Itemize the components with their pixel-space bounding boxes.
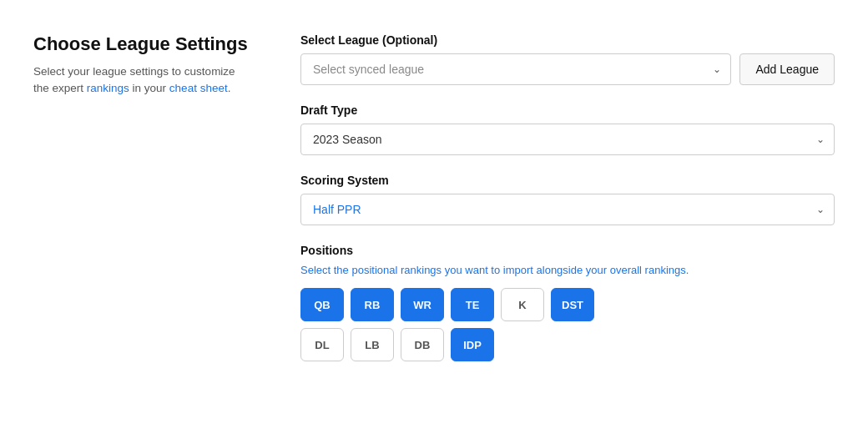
positions-row-1: QBRBWRTEKDST (300, 288, 835, 321)
draft-type-label: Draft Type (300, 103, 835, 117)
scoring-field-group: Scoring System Half PPR PPR Standard ⌄ (300, 174, 835, 225)
position-btn-qb[interactable]: QB (300, 288, 344, 321)
position-btn-dst[interactable]: DST (551, 288, 594, 321)
position-btn-lb[interactable]: LB (351, 328, 394, 361)
page-description: Select your league settings to customize… (33, 63, 250, 98)
page-title: Choose League Settings (33, 33, 250, 55)
position-btn-wr[interactable]: WR (401, 288, 444, 321)
positions-row-2: DLLBDBIDP (300, 328, 835, 361)
positions-field-group: Positions Select the positional rankings… (300, 244, 835, 361)
scoring-label: Scoring System (300, 174, 835, 187)
draft-type-select-wrapper: 2023 Season 2022 Season ⌄ (300, 124, 835, 155)
positions-label: Positions (300, 244, 835, 257)
scoring-select-wrapper: Half PPR PPR Standard ⌄ (300, 194, 835, 225)
position-btn-db[interactable]: DB (401, 328, 444, 361)
league-select[interactable]: Select synced league (300, 53, 731, 85)
league-label: Select League (Optional) (300, 33, 835, 47)
rankings-link[interactable]: rankings (87, 82, 129, 94)
cheat-sheet-link[interactable]: cheat sheet (169, 82, 228, 94)
position-btn-rb[interactable]: RB (351, 288, 394, 321)
league-field-row: Select synced league ⌄ Add League (300, 53, 835, 85)
scoring-select[interactable]: Half PPR PPR Standard (300, 194, 835, 225)
position-btn-te[interactable]: TE (451, 288, 494, 321)
league-select-wrapper: Select synced league ⌄ (300, 53, 731, 85)
desc-text3: . (228, 82, 231, 94)
add-league-button[interactable]: Add League (739, 53, 835, 85)
right-panel: Select League (Optional) Select synced l… (284, 33, 835, 380)
left-panel: Choose League Settings Select your leagu… (33, 33, 284, 98)
desc-text2: in your (129, 82, 169, 94)
draft-type-field-group: Draft Type 2023 Season 2022 Season ⌄ (300, 103, 835, 155)
position-btn-idp[interactable]: IDP (451, 328, 494, 361)
position-btn-k[interactable]: K (501, 288, 544, 321)
draft-type-select[interactable]: 2023 Season 2022 Season (300, 124, 835, 155)
position-btn-dl[interactable]: DL (300, 328, 344, 361)
league-field-group: Select League (Optional) Select synced l… (300, 33, 835, 85)
positions-description: Select the positional rankings you want … (300, 264, 835, 276)
